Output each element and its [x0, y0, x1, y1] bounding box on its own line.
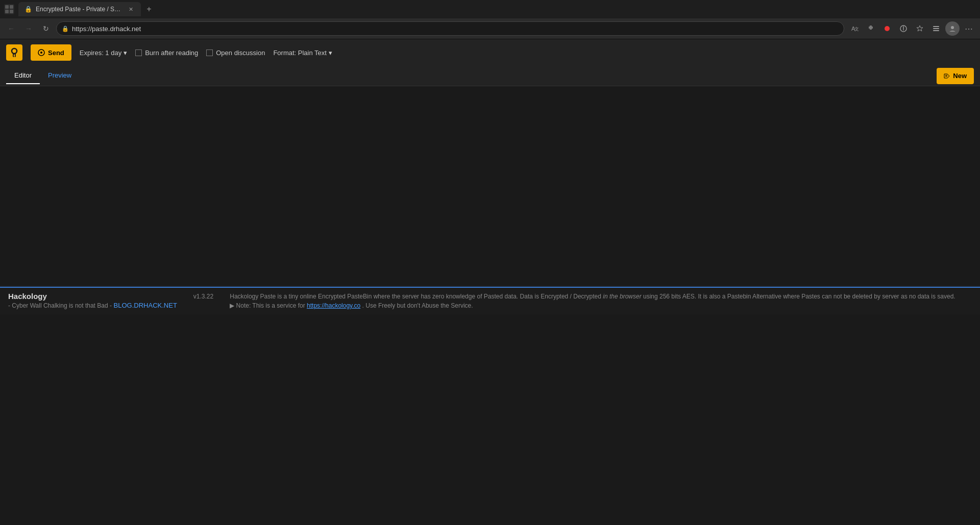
menu-button[interactable]: ⋯	[962, 21, 976, 36]
footer-version: v1.3.22	[193, 292, 213, 300]
footer: Hackology - Cyber Wall Chalking is not t…	[0, 287, 980, 314]
address-bar[interactable]: 🔒 https://paste.drhack.net	[56, 21, 844, 36]
send-button[interactable]: Send	[31, 44, 71, 61]
footer-desc-italic: in the browser	[603, 293, 641, 300]
browser-logo-icon	[4, 4, 14, 14]
tabs-left: Editor Preview	[6, 67, 80, 84]
svg-rect-8	[933, 26, 939, 27]
app-wrapper: Send Expires: 1 day ▾ Burn after reading…	[0, 39, 980, 314]
svg-point-18	[40, 52, 42, 54]
footer-desc-text2: using 256 bits AES. It is also a Pastebi…	[642, 293, 955, 300]
svg-rect-4	[10, 10, 13, 13]
expires-dropdown[interactable]: Expires: 1 day ▾	[80, 49, 127, 57]
footer-note-suffix: . Use Freely but don't Abuse the Service…	[360, 302, 473, 309]
open-discussion-checkbox[interactable]: Open discussion	[206, 49, 265, 57]
svg-rect-20	[945, 76, 947, 77]
brand-name: Hackology	[8, 292, 177, 301]
svg-rect-3	[5, 10, 9, 13]
brand-tagline: - Cyber Wall Chalking is not that Bad - …	[8, 302, 177, 309]
forward-button[interactable]: →	[21, 21, 36, 36]
editor-textarea[interactable]	[0, 86, 980, 285]
format-chevron-icon: ▾	[329, 49, 332, 57]
burn-after-reading-input[interactable]	[135, 49, 142, 56]
new-tab-button[interactable]: +	[143, 3, 155, 15]
footer-note-prefix: ▶ Note: This is a service for	[230, 302, 307, 309]
extensions-button[interactable]	[864, 21, 878, 36]
open-discussion-input[interactable]	[206, 49, 213, 56]
svg-rect-9	[933, 28, 939, 29]
footer-desc-text1: Hackology Paste is a tiny online Encrypt…	[230, 293, 603, 300]
profile-button[interactable]	[945, 21, 960, 36]
back-button[interactable]: ←	[4, 21, 18, 36]
format-dropdown[interactable]: Format: Plain Text ▾	[273, 49, 332, 57]
nav-bar: ← → ↻ 🔒 https://paste.drhack.net A 文	[0, 18, 980, 39]
tab-close-button[interactable]: ✕	[127, 5, 135, 13]
translate-button[interactable]: A 文	[847, 21, 862, 36]
tab-editor[interactable]: Editor	[6, 67, 40, 84]
footer-note-link[interactable]: https://hackology.co	[307, 302, 360, 309]
svg-rect-16	[14, 56, 15, 57]
ublock-indicator	[885, 26, 890, 31]
footer-description: Hackology Paste is a tiny online Encrypt…	[230, 292, 972, 310]
footer-brand: Hackology - Cyber Wall Chalking is not t…	[8, 292, 177, 309]
tab-favicon-icon: 🔒	[24, 6, 32, 13]
secure-lock-icon: 🔒	[62, 26, 69, 32]
expires-chevron-icon: ▾	[124, 49, 127, 57]
tab-preview[interactable]: Preview	[40, 67, 80, 84]
new-paste-button[interactable]: New	[937, 68, 974, 84]
active-tab[interactable]: 🔒 Encrypted Paste - Private / Secu ✕	[18, 2, 141, 16]
svg-rect-2	[10, 5, 13, 9]
tab-title-text: Encrypted Paste - Private / Secu	[36, 6, 122, 13]
svg-rect-1	[5, 5, 9, 9]
tab-bar: 🔒 Encrypted Paste - Private / Secu ✕ +	[0, 0, 980, 18]
collections-button[interactable]	[929, 21, 943, 36]
svg-text:文: 文	[854, 27, 859, 32]
svg-rect-10	[933, 30, 939, 31]
app-logo-icon	[6, 44, 22, 61]
burn-after-reading-checkbox[interactable]: Burn after reading	[135, 49, 198, 57]
svg-point-11	[951, 26, 954, 29]
favorites-button[interactable]	[913, 21, 927, 36]
toolbar: Send Expires: 1 day ▾ Burn after reading…	[0, 39, 980, 66]
reload-button[interactable]: ↻	[39, 21, 53, 36]
ublock-button[interactable]	[880, 21, 894, 36]
blog-link[interactable]: BLOG.DRHACK.NET	[114, 302, 177, 309]
browser-chrome: 🔒 Encrypted Paste - Private / Secu ✕ + ←…	[0, 0, 980, 39]
browser-actions: A 文	[847, 21, 976, 36]
svg-rect-19	[945, 75, 947, 76]
address-text: https://paste.drhack.net	[72, 25, 839, 33]
editor-tabs: Editor Preview New	[0, 66, 980, 86]
svg-rect-12	[6, 44, 22, 61]
update-button[interactable]	[896, 21, 911, 36]
